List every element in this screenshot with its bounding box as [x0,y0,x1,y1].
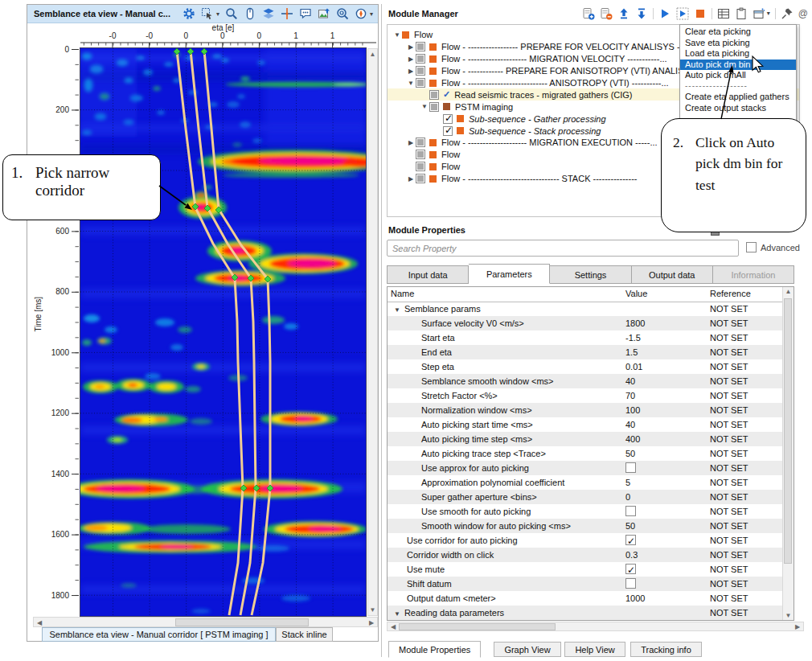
tree-checkbox[interactable] [443,114,453,124]
comment-icon[interactable] [299,7,312,20]
remove-module-icon[interactable] [600,7,613,20]
parameter-row[interactable]: ▼Semblance paramsNOT SET [388,302,783,316]
parameter-value[interactable]: 100 [625,403,640,417]
parameter-row[interactable]: Smooth window for auto picking <ms>50NOT… [388,519,783,533]
tree-checkbox[interactable] [416,42,425,51]
table-vertical-scrollbar[interactable]: ▲ ▼ [782,287,794,620]
parameter-value[interactable]: 0.01 [625,359,642,374]
parameter-value[interactable]: 40 [625,374,635,388]
parameter-row[interactable]: Auto picking start time <ms>40NOT SET [388,417,783,432]
collapse-icon[interactable]: ▼ [406,80,416,87]
tree-checkbox[interactable] [416,66,425,76]
parameter-reference[interactable]: NOT SET [710,475,748,490]
bottom-tab-graph-view[interactable]: Graph View [494,642,560,657]
scroll-left-icon[interactable]: ◀ [389,622,397,632]
value-checkbox[interactable] [625,535,636,545]
bottom-tab-module-properties[interactable]: Module Properties [388,641,481,658]
scroll-up-icon[interactable]: ▲ [783,288,794,295]
tab-stack-inline[interactable]: Stack inline [276,627,333,642]
tab-output-data[interactable]: Output data [632,265,713,284]
tab-information[interactable]: Information [713,265,794,284]
parameter-reference[interactable]: NOT SET [710,316,748,330]
pin-icon[interactable] [781,7,794,20]
value-checkbox[interactable] [625,578,636,589]
parameter-row[interactable]: Start eta-1.5NOT SET [388,330,783,345]
parameter-value[interactable]: 1800 [625,316,645,330]
parameter-reference[interactable]: NOT SET [710,548,748,562]
zoom-region-icon[interactable] [336,7,349,20]
advanced-checkbox[interactable]: Advanced [746,242,800,252]
export-image-icon[interactable] [318,7,330,20]
parameter-row[interactable]: Approximation polynomial coefficient5NOT… [388,475,783,490]
parameter-reference[interactable]: NOT SET [710,330,748,345]
parameter-row[interactable]: Shift datumNOT SET [388,577,783,591]
parameter-value[interactable]: 70 [625,388,635,403]
menu-item-auto-pick-dmall[interactable]: Auto pick dmAll [680,70,796,81]
parameter-reference[interactable]: NOT SET [710,359,748,374]
tree-checkbox[interactable] [416,78,425,88]
parameter-row[interactable]: Surface velocity V0 <m/s>1800NOT SET [388,316,783,330]
tree-checkbox[interactable] [416,174,425,183]
parameter-reference[interactable]: NOT SET [710,577,748,591]
tab-semblance-eta-view[interactable]: Semblance eta view - Manual corridor [ P… [42,627,276,642]
parameter-reference[interactable]: NOT SET [710,562,748,577]
scroll-thumb[interactable] [784,298,792,564]
select-mode-icon[interactable] [201,7,214,20]
parameter-reference[interactable]: NOT SET [710,490,748,504]
menu-item-save-eta-picking[interactable]: Save eta picking [680,38,796,49]
parameter-reference[interactable]: NOT SET [710,403,748,417]
run-selected-icon[interactable] [676,7,689,20]
parameter-value[interactable]: -1.5 [625,330,641,345]
tab-input-data[interactable]: Input data [387,265,469,284]
mouse-icon[interactable] [244,7,256,20]
group-collapse-icon[interactable]: ▼ [394,306,400,314]
parameter-row[interactable]: Corridor width on click0.3NOT SET [388,548,783,562]
parameter-row[interactable]: Output datum <meter>1000NOT SET [388,591,783,606]
parameter-row[interactable]: Auto picking time step <ms>400NOT SET [388,432,783,446]
tab-settings[interactable]: Settings [550,265,631,284]
expand-icon[interactable]: ▶ [406,175,416,183]
column-reference[interactable]: Reference [710,289,751,298]
expand-icon[interactable]: ▶ [406,43,416,51]
parameter-value[interactable]: 400 [625,432,640,446]
collapse-icon[interactable]: ▼ [420,103,429,110]
tab-parameters[interactable]: Parameters [469,264,550,284]
parameter-row[interactable]: Super gather aperture <bins>0NOT SET [388,490,783,504]
parameter-row[interactable]: Use smooth for auto pickingNOT SET [388,504,783,519]
scroll-right-icon[interactable]: ▶ [794,622,802,632]
column-name[interactable]: Name [391,289,414,298]
checkbox-icon[interactable] [746,242,757,252]
move-down-icon[interactable] [635,7,648,20]
parameter-row[interactable]: Normalization window <ms>100NOT SET [388,403,783,417]
parameter-row[interactable]: Step eta0.01NOT SET [388,359,783,374]
tree-checkbox[interactable] [429,102,439,112]
run-icon[interactable] [658,7,671,20]
parameter-reference[interactable]: NOT SET [710,504,748,519]
scroll-down-icon[interactable]: ▼ [368,606,377,614]
semblance-plot[interactable] [80,47,367,617]
scroll-thumb[interactable] [399,623,556,630]
menu-item-clear-eta-picking[interactable]: Clear eta picking [680,27,796,38]
move-up-icon[interactable] [617,7,630,20]
new-window-icon[interactable] [753,7,765,20]
parameter-value[interactable]: 50 [625,446,635,461]
settings-gear-icon[interactable] [182,7,195,20]
parameter-value[interactable]: 1.5 [625,345,638,359]
parameter-row[interactable]: Use corridor for auto pickingNOT SET [388,533,783,548]
parameter-reference[interactable]: NOT SET [710,374,748,388]
parameter-row[interactable]: Use approx for auto pickingNOT SET [388,461,783,475]
parameter-row[interactable]: Semblance smooth window <ms>40NOT SET [388,374,783,388]
collapse-icon[interactable]: ▼ [392,31,402,39]
parameter-value[interactable]: 1000 [625,591,645,606]
menu-item-create-eta-applied-gathers[interactable]: Create eta applied gathers [680,92,796,103]
bottom-tab-tracking-info[interactable]: Tracking info [630,642,702,657]
parameter-reference[interactable]: NOT SET [710,432,748,446]
parameter-reference[interactable]: NOT SET [710,302,748,316]
parameter-value[interactable]: 40 [625,417,635,432]
expand-icon[interactable]: ▶ [406,139,416,146]
plot-horizontal-scrollbar[interactable]: ◀ ▶ [33,617,378,627]
panel-divider[interactable] [381,4,382,657]
scroll-up-icon[interactable]: ▲ [368,50,377,59]
value-checkbox[interactable] [625,506,636,516]
parameter-reference[interactable]: NOT SET [710,533,748,548]
